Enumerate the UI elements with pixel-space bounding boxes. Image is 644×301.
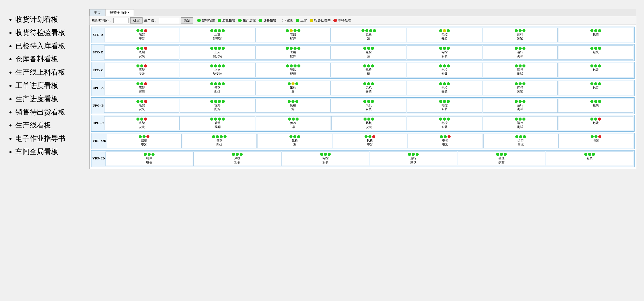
station-name: 氮检 漏 [366,33,372,41]
station-cell[interactable]: 包装 [558,134,633,148]
station-cell[interactable]: 包装 [546,152,633,166]
menu-item[interactable]: 收货待检验看板 [15,26,79,39]
station-cell[interactable]: 风机 安装 [331,81,406,95]
line-input[interactable] [159,18,179,23]
station-cell[interactable]: 运行 测试 [483,134,558,148]
station-name: 电控 安装 [442,139,448,147]
station-cell[interactable]: 上支 架安装 [180,28,255,42]
station-name: 运行 测试 [517,50,523,58]
station-status-dot [439,82,442,85]
station-cell[interactable]: 电控 安装 [282,152,369,166]
station-name: 电控 安装 [441,121,448,129]
station-cell[interactable]: 氮检 漏 [331,45,406,60]
line-row: UPG- A底架 安装管路 配焊氮检 漏风机 安装电控 安装运行 测试包装 [91,80,635,96]
station-cell[interactable]: 包装 [558,63,633,77]
station-dots [590,29,601,32]
station-name: 底架 安装 [139,86,145,94]
menu-item[interactable]: 生产线上料看板 [15,66,79,79]
station-status-dot [294,64,297,67]
menu-item[interactable]: 仓库备料看板 [15,52,79,66]
station-cell[interactable]: 电控 安装 [407,28,482,42]
station-cell[interactable]: 氮检 漏 [255,81,331,95]
station-cell[interactable]: 包装 [558,28,633,42]
station-cell[interactable]: 氮检 漏 [257,134,332,148]
tab-home[interactable]: 主页 [89,9,105,16]
station-cell[interactable]: 风机 安装 [331,116,406,130]
station-cell[interactable]: 机体 组装 [106,152,193,166]
station-cell[interactable]: 电控 安装 [407,99,482,113]
menu-item[interactable]: 生产进度看板 [15,92,79,106]
station-cell[interactable]: 包装 [558,45,633,60]
station-cell[interactable]: 整理 线材 [458,152,545,166]
station-status-dot [297,64,300,67]
station-cell[interactable]: 上支 架安装 [180,45,255,60]
station-cell[interactable]: 上支 架安装 [180,63,255,77]
station-cell[interactable]: 电控 安装 [407,63,482,77]
station-name: 底架 安装 [139,50,145,58]
station-name: 底架 安装 [139,68,145,76]
station-cell[interactable]: 运行 测试 [483,81,558,95]
station-name: 氮检 漏 [290,86,296,94]
station-name: 上支 架安装 [213,33,222,41]
menu-item[interactable]: 收货计划看板 [15,13,79,26]
station-cell[interactable]: 风机 安装 [193,152,281,166]
station-name: 包装 [593,121,599,125]
station-cell[interactable]: 运行 测试 [483,116,558,130]
station-cell[interactable]: 底架 安装 [104,63,179,77]
station-cell[interactable]: 底架 安装 [104,81,179,95]
station-status-dot [136,100,139,103]
station-cell[interactable]: 氮检 漏 [256,116,331,130]
station-cell[interactable]: 运行 测试 [483,28,558,42]
station-cell[interactable]: 风机 安装 [331,99,406,113]
station-cell[interactable]: 氮检 漏 [255,99,331,113]
station-cell[interactable]: 包装 [558,99,633,113]
station-cell[interactable]: 管路 配焊 [180,81,255,95]
station-status-dot [365,135,368,138]
missing-material-label: 缺料报警 [202,18,215,23]
confirm-line-button[interactable]: 确定 [181,17,193,24]
station-cell[interactable]: 包装 [558,116,633,130]
station-cell[interactable]: 风机 安装 [333,134,407,148]
station-cell[interactable]: 管路 配焊 [180,99,255,113]
station-cell[interactable]: 管路 配焊 [255,28,331,42]
menu-item[interactable]: 已检待入库看板 [15,39,79,53]
station-cell[interactable]: 管路 配焊 [180,116,255,130]
tab-alarm-overview[interactable]: 报警全局图× [105,9,134,16]
menu-item[interactable]: 生产线看板 [15,119,79,132]
station-cell[interactable]: 管路 配焊 [255,45,331,60]
menu-item[interactable]: 工单进度看板 [15,79,79,92]
station-cell[interactable]: 氮检 漏 [331,63,406,77]
station-cell[interactable]: 电控 安装 [408,134,483,148]
delay-input[interactable] [113,18,129,23]
station-status-dot [140,100,143,103]
station-name: 底架 安装 [139,103,145,111]
station-cell[interactable]: 包装 [558,81,633,95]
menu-item[interactable]: 车间全局看板 [15,145,79,158]
confirm-delay-button[interactable]: 确定 [130,17,143,24]
station-cell[interactable]: 运行 测试 [483,63,558,77]
station-cell[interactable]: 运行 测试 [483,99,558,113]
menu-item[interactable]: 销售待出货看板 [15,106,79,119]
station-status-dot [136,82,139,85]
station-cell[interactable]: 管路 配焊 [182,134,257,148]
line-row: STC- B底架 安装上支 架安装管路 配焊氮检 漏电控 安装运行 测试包装 [91,44,635,61]
station-status-dot [368,135,371,138]
station-status-dot [519,135,522,138]
station-cell[interactable]: 底架 安装 [104,116,179,130]
station-cell[interactable]: 底架 安装 [104,28,179,42]
station-cell[interactable]: 底架 安装 [107,134,182,148]
station-cell[interactable]: 运行 测试 [370,152,457,166]
station-cell[interactable]: 底架 安装 [104,45,179,60]
station-cell[interactable]: 电控 安装 [407,45,482,60]
station-cell[interactable]: 氮检 漏 [331,28,406,42]
station-status-dot [591,135,594,138]
menu-item[interactable]: 电子作业指导书 [15,132,79,145]
station-status-dot [522,64,525,67]
station-cell[interactable]: 电控 安装 [407,81,482,95]
station-cell[interactable]: 电控 安装 [407,116,482,130]
station-cell[interactable]: 底架 安装 [104,99,179,113]
station-cell[interactable]: 管路 配焊 [255,63,331,77]
station-name: 底架 安装 [141,139,147,147]
station-cell[interactable]: 运行 测试 [483,45,558,60]
station-status-dot [590,118,593,121]
